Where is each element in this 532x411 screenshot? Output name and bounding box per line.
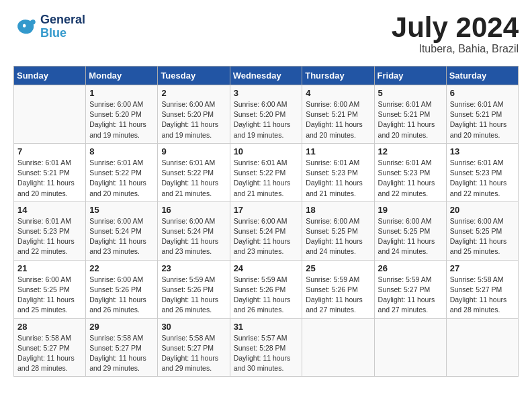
day-number: 7 [17,146,82,156]
day-info: Sunrise: 6:01 AM Sunset: 5:23 PM Dayligh… [17,216,82,257]
day-number: 26 [378,263,443,273]
calendar-cell: 21Sunrise: 6:00 AM Sunset: 5:25 PM Dayli… [14,260,86,318]
calendar-cell: 1Sunrise: 6:00 AM Sunset: 5:20 PM Daylig… [86,85,158,144]
calendar-cell: 19Sunrise: 6:00 AM Sunset: 5:25 PM Dayli… [374,201,446,260]
calendar-week-4: 21Sunrise: 6:00 AM Sunset: 5:25 PM Dayli… [14,260,519,318]
day-number: 6 [450,88,515,98]
col-wednesday: Wednesday [230,66,302,85]
calendar-body: 1Sunrise: 6:00 AM Sunset: 5:20 PM Daylig… [14,85,519,377]
day-info: Sunrise: 6:01 AM Sunset: 5:21 PM Dayligh… [378,99,443,140]
calendar-header: Sunday Monday Tuesday Wednesday Thursday… [14,66,519,85]
logo: General Blue [13,13,85,40]
calendar-cell: 22Sunrise: 6:00 AM Sunset: 5:26 PM Dayli… [86,260,158,318]
calendar-cell: 3Sunrise: 6:00 AM Sunset: 5:20 PM Daylig… [230,85,302,144]
day-info: Sunrise: 6:01 AM Sunset: 5:23 PM Dayligh… [306,158,370,199]
day-number: 23 [161,263,226,273]
calendar-week-3: 14Sunrise: 6:01 AM Sunset: 5:23 PM Dayli… [14,201,519,260]
calendar-cell: 9Sunrise: 6:01 AM Sunset: 5:22 PM Daylig… [158,143,230,201]
day-number: 21 [17,263,82,273]
day-info: Sunrise: 6:01 AM Sunset: 5:22 PM Dayligh… [161,158,226,199]
col-monday: Monday [86,66,158,85]
day-number: 8 [89,146,154,156]
col-saturday: Saturday [446,66,518,85]
day-info: Sunrise: 6:00 AM Sunset: 5:24 PM Dayligh… [161,216,226,257]
calendar-cell: 5Sunrise: 6:01 AM Sunset: 5:21 PM Daylig… [374,85,446,144]
calendar-cell: 12Sunrise: 6:01 AM Sunset: 5:23 PM Dayli… [374,143,446,201]
calendar-cell: 17Sunrise: 6:00 AM Sunset: 5:24 PM Dayli… [230,201,302,260]
calendar-cell [374,318,446,377]
day-info: Sunrise: 6:00 AM Sunset: 5:20 PM Dayligh… [161,99,226,140]
day-number: 1 [89,88,154,98]
day-info: Sunrise: 6:00 AM Sunset: 5:24 PM Dayligh… [89,216,154,257]
day-number: 5 [378,88,443,98]
col-thursday: Thursday [302,66,374,85]
calendar-cell: 2Sunrise: 6:00 AM Sunset: 5:20 PM Daylig… [158,85,230,144]
calendar-cell: 25Sunrise: 5:59 AM Sunset: 5:26 PM Dayli… [302,260,374,318]
day-number: 3 [234,88,299,98]
day-number: 27 [450,263,515,273]
calendar-week-5: 28Sunrise: 5:58 AM Sunset: 5:27 PM Dayli… [14,318,519,377]
day-number: 13 [450,146,515,156]
calendar-cell: 15Sunrise: 6:00 AM Sunset: 5:24 PM Dayli… [86,201,158,260]
day-number: 12 [378,146,443,156]
day-info: Sunrise: 6:00 AM Sunset: 5:20 PM Dayligh… [89,99,154,140]
day-info: Sunrise: 6:00 AM Sunset: 5:21 PM Dayligh… [306,99,370,140]
logo-icon [13,15,38,39]
calendar-cell: 26Sunrise: 5:59 AM Sunset: 5:27 PM Dayli… [374,260,446,318]
day-number: 14 [17,205,82,215]
day-info: Sunrise: 5:59 AM Sunset: 5:26 PM Dayligh… [234,275,299,316]
calendar-cell: 11Sunrise: 6:01 AM Sunset: 5:23 PM Dayli… [302,143,374,201]
day-info: Sunrise: 5:58 AM Sunset: 5:27 PM Dayligh… [161,333,226,374]
day-number: 18 [306,205,370,215]
day-number: 4 [306,88,370,98]
day-info: Sunrise: 6:00 AM Sunset: 5:26 PM Dayligh… [89,275,154,316]
calendar-cell: 4Sunrise: 6:00 AM Sunset: 5:21 PM Daylig… [302,85,374,144]
col-tuesday: Tuesday [158,66,230,85]
day-number: 2 [161,88,226,98]
calendar-cell: 13Sunrise: 6:01 AM Sunset: 5:23 PM Dayli… [446,143,518,201]
day-info: Sunrise: 6:01 AM Sunset: 5:22 PM Dayligh… [234,158,299,199]
calendar-week-2: 7Sunrise: 6:01 AM Sunset: 5:21 PM Daylig… [14,143,519,201]
day-info: Sunrise: 6:00 AM Sunset: 5:25 PM Dayligh… [378,216,443,257]
day-info: Sunrise: 6:00 AM Sunset: 5:24 PM Dayligh… [234,216,299,257]
col-sunday: Sunday [14,66,86,85]
calendar-cell: 31Sunrise: 5:57 AM Sunset: 5:28 PM Dayli… [230,318,302,377]
day-info: Sunrise: 5:59 AM Sunset: 5:27 PM Dayligh… [378,275,443,316]
col-friday: Friday [374,66,446,85]
month-title: July 2024 [392,13,519,42]
day-info: Sunrise: 5:57 AM Sunset: 5:28 PM Dayligh… [234,333,299,374]
day-number: 15 [89,205,154,215]
location: Itubera, Bahia, Brazil [392,43,519,55]
day-number: 29 [89,322,154,332]
day-info: Sunrise: 5:58 AM Sunset: 5:27 PM Dayligh… [450,275,515,316]
calendar-table: Sunday Monday Tuesday Wednesday Thursday… [13,66,519,377]
day-info: Sunrise: 6:01 AM Sunset: 5:22 PM Dayligh… [89,158,154,199]
title-section: July 2024 Itubera, Bahia, Brazil [392,13,519,55]
day-info: Sunrise: 6:01 AM Sunset: 5:23 PM Dayligh… [378,158,443,199]
day-info: Sunrise: 6:00 AM Sunset: 5:25 PM Dayligh… [450,216,515,257]
day-info: Sunrise: 5:58 AM Sunset: 5:27 PM Dayligh… [89,333,154,374]
page-header: General Blue July 2024 Itubera, Bahia, B… [13,13,519,55]
calendar-cell: 30Sunrise: 5:58 AM Sunset: 5:27 PM Dayli… [158,318,230,377]
day-info: Sunrise: 6:01 AM Sunset: 5:21 PM Dayligh… [450,99,515,140]
calendar-week-1: 1Sunrise: 6:00 AM Sunset: 5:20 PM Daylig… [14,85,519,144]
calendar-cell: 24Sunrise: 5:59 AM Sunset: 5:26 PM Dayli… [230,260,302,318]
calendar-cell: 28Sunrise: 5:58 AM Sunset: 5:27 PM Dayli… [14,318,86,377]
day-number: 25 [306,263,370,273]
header-row: Sunday Monday Tuesday Wednesday Thursday… [14,66,519,85]
calendar-cell: 8Sunrise: 6:01 AM Sunset: 5:22 PM Daylig… [86,143,158,201]
calendar-cell: 20Sunrise: 6:00 AM Sunset: 5:25 PM Dayli… [446,201,518,260]
day-number: 24 [234,263,299,273]
day-info: Sunrise: 5:58 AM Sunset: 5:27 PM Dayligh… [17,333,82,374]
calendar-cell [14,85,86,144]
day-number: 11 [306,146,370,156]
calendar-cell: 16Sunrise: 6:00 AM Sunset: 5:24 PM Dayli… [158,201,230,260]
logo-text: General Blue [40,13,85,40]
day-number: 28 [17,322,82,332]
calendar-cell [302,318,374,377]
day-number: 19 [378,205,443,215]
calendar-cell: 23Sunrise: 5:59 AM Sunset: 5:26 PM Dayli… [158,260,230,318]
day-number: 22 [89,263,154,273]
calendar-cell: 29Sunrise: 5:58 AM Sunset: 5:27 PM Dayli… [86,318,158,377]
calendar-cell: 6Sunrise: 6:01 AM Sunset: 5:21 PM Daylig… [446,85,518,144]
